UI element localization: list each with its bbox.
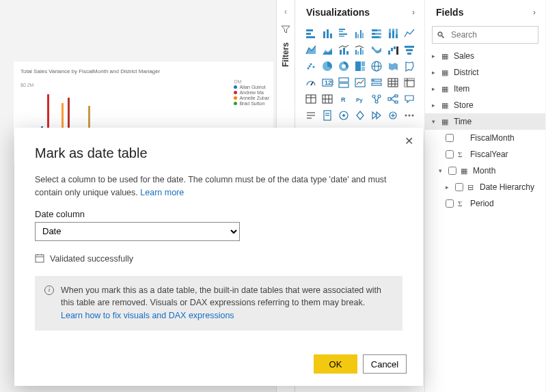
- waterfall-icon[interactable]: [385, 42, 400, 57]
- funnel-icon[interactable]: [402, 42, 417, 57]
- table-visual-icon[interactable]: [303, 92, 318, 107]
- slicer-icon[interactable]: [369, 75, 384, 90]
- table-time[interactable]: ▾▦Time: [425, 113, 545, 130]
- table-icon: ▦: [441, 52, 451, 61]
- validation-text: Validated successfully: [50, 254, 133, 264]
- matrix-visual-icon[interactable]: [320, 92, 335, 107]
- learn-fix-link[interactable]: Learn how to fix visuals and DAX express…: [61, 311, 234, 320]
- legend-title: DM: [234, 79, 269, 84]
- ribbon-chart-icon[interactable]: [369, 42, 384, 57]
- ok-button[interactable]: OK: [314, 354, 357, 374]
- svg-rect-69: [405, 79, 407, 87]
- calendar-check-icon: [35, 253, 44, 265]
- dialog-title: Mark as date table: [35, 145, 402, 161]
- collapse-fields-icon[interactable]: ›: [533, 8, 536, 17]
- close-button[interactable]: ✕: [405, 135, 413, 148]
- decomposition-tree-icon[interactable]: [385, 92, 400, 107]
- search-input[interactable]: 🔍︎: [432, 26, 538, 44]
- smart-narrative-icon[interactable]: [303, 108, 318, 123]
- arcgis-map-icon[interactable]: [336, 108, 351, 123]
- multirow-card-icon[interactable]: [336, 75, 351, 90]
- field-fiscalyear[interactable]: ΣFiscalYear: [425, 146, 545, 163]
- stacked-column-icon[interactable]: [320, 26, 335, 41]
- map-icon[interactable]: [369, 59, 384, 74]
- matrix-icon[interactable]: [402, 75, 417, 90]
- collapse-viz-icon[interactable]: ›: [412, 8, 415, 17]
- power-automate-icon[interactable]: [369, 108, 384, 123]
- viz-type-grid: 123 R Py: [295, 23, 424, 123]
- field-checkbox[interactable]: [446, 150, 454, 158]
- treemap-icon[interactable]: [353, 59, 368, 74]
- line-chart-icon[interactable]: [402, 26, 417, 41]
- card-icon[interactable]: 123: [320, 75, 335, 90]
- svg-rect-47: [355, 61, 361, 71]
- table-item[interactable]: ▸▦Item: [425, 81, 545, 97]
- kpi-icon[interactable]: [353, 75, 368, 90]
- svg-line-89: [391, 96, 395, 99]
- search-field[interactable]: [450, 29, 546, 40]
- key-influencers-icon[interactable]: [369, 92, 384, 107]
- custom-visual-icon[interactable]: [385, 108, 400, 123]
- table-store[interactable]: ▸▦Store: [425, 97, 545, 113]
- gauge-icon[interactable]: [303, 75, 318, 90]
- svg-line-53: [311, 82, 313, 85]
- svg-point-41: [310, 64, 312, 66]
- svg-rect-19: [372, 36, 379, 38]
- svg-rect-3: [323, 31, 325, 38]
- svg-rect-57: [339, 83, 349, 87]
- field-month[interactable]: ▾▦Month: [425, 163, 545, 179]
- date-column-select[interactable]: Date: [35, 222, 240, 241]
- svg-line-90: [391, 99, 395, 102]
- field-checkbox[interactable]: [455, 183, 463, 191]
- r-visual-icon[interactable]: R: [336, 92, 351, 107]
- svg-rect-60: [372, 83, 381, 85]
- svg-rect-105: [36, 255, 44, 262]
- table-district[interactable]: ▸▦District: [425, 64, 545, 81]
- shape-map-icon[interactable]: [402, 59, 417, 74]
- power-apps-icon[interactable]: [353, 108, 368, 123]
- svg-point-102: [405, 115, 407, 117]
- qa-visual-icon[interactable]: [402, 92, 417, 107]
- svg-rect-37: [405, 46, 414, 48]
- svg-rect-30: [357, 51, 359, 55]
- python-visual-icon[interactable]: Py: [353, 92, 368, 107]
- stacked-area-icon[interactable]: [320, 42, 335, 57]
- donut-chart-icon[interactable]: [336, 59, 351, 74]
- pie-chart-icon[interactable]: [320, 59, 335, 74]
- table-sales[interactable]: ▸▦Sales: [425, 48, 545, 64]
- table-icon: ▦: [441, 117, 451, 126]
- svg-rect-62: [388, 79, 398, 87]
- filled-map-icon[interactable]: [385, 59, 400, 74]
- clustered-column-icon[interactable]: [353, 26, 368, 41]
- mark-as-date-table-dialog: ✕ Mark as date table Select a column to …: [14, 128, 423, 386]
- learn-more-link[interactable]: Learn more: [140, 188, 184, 197]
- field-checkbox[interactable]: [446, 134, 454, 142]
- svg-point-83: [375, 100, 378, 103]
- field-checkbox[interactable]: [446, 199, 454, 208]
- svg-rect-49: [361, 67, 365, 71]
- field-period[interactable]: ΣPeriod: [425, 195, 545, 212]
- area-chart-icon[interactable]: [303, 42, 318, 57]
- field-fiscalmonth[interactable]: FiscalMonth: [425, 130, 545, 146]
- svg-rect-21: [389, 33, 391, 38]
- svg-point-104: [412, 115, 414, 117]
- more-visuals-icon[interactable]: [402, 108, 417, 123]
- table-icon[interactable]: [385, 75, 400, 90]
- field-checkbox[interactable]: [448, 167, 456, 175]
- stacked-bar-icon[interactable]: [303, 26, 318, 41]
- svg-rect-29: [355, 50, 357, 55]
- paginated-report-icon[interactable]: [320, 108, 335, 123]
- cancel-button[interactable]: Cancel: [363, 354, 407, 374]
- svg-rect-1: [306, 33, 311, 35]
- field-date-hierarchy[interactable]: ▸⊟Date Hierarchy: [425, 179, 545, 195]
- svg-point-43: [309, 66, 311, 68]
- clustered-bar-icon[interactable]: [336, 26, 351, 41]
- info-text: When you mark this as a date table, the …: [61, 285, 381, 308]
- scatter-icon[interactable]: [303, 59, 318, 74]
- combo-bar-line-icon[interactable]: [336, 42, 351, 57]
- combo-column-line-icon[interactable]: [353, 42, 368, 57]
- stacked-column-100-icon[interactable]: [385, 26, 400, 41]
- expand-filters-icon[interactable]: ‹: [277, 7, 295, 16]
- svg-rect-9: [339, 36, 344, 37]
- stacked-bar-100-icon[interactable]: [369, 26, 384, 41]
